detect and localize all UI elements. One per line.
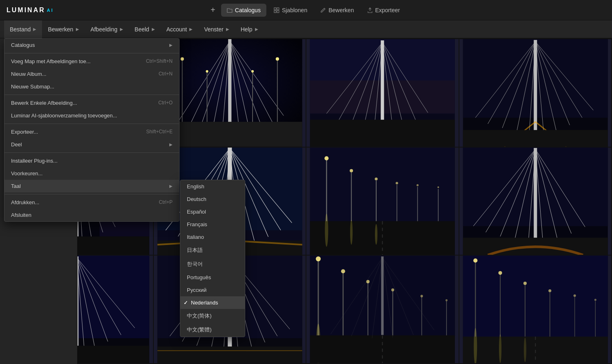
svg-point-136 (350, 220, 353, 245)
svg-point-47 (251, 70, 253, 73)
svg-point-122 (324, 156, 328, 160)
svg-rect-120 (310, 148, 455, 222)
bestand-item-installeer[interactable]: Installeer Plug-ins... (4, 154, 179, 167)
svg-point-219 (523, 282, 526, 285)
menu-bestand-label: Bestand (10, 26, 31, 33)
bestand-item-catalogus[interactable]: Catalogus ▶ (4, 39, 179, 51)
lang-portugues[interactable]: Português (180, 271, 245, 284)
sep5 (4, 194, 179, 194)
lang-english[interactable]: English (180, 180, 245, 193)
svg-point-137 (375, 224, 377, 245)
lang-italiano[interactable]: Italiano (180, 231, 245, 243)
lang-chinese-traditional[interactable]: 中文(繁體) (180, 323, 245, 337)
svg-point-229 (499, 334, 501, 363)
nav-bewerken[interactable]: Bewerken (315, 4, 359, 17)
photo-4-svg (459, 39, 612, 147)
help-arrow: ▶ (255, 27, 258, 31)
svg-rect-38 (228, 39, 231, 134)
menu-afbeelding[interactable]: Afbeelding ▶ (85, 20, 129, 38)
bestand-item-luminar-sjabloon[interactable]: Luminar AI-sjabloonverzameling toevoegen… (4, 109, 179, 122)
bestand-item-afdrukken[interactable]: Afdrukken... Ctrl+P (4, 196, 179, 209)
svg-point-215 (473, 258, 477, 263)
bestand-item-taal[interactable]: Taal ▶ English Deutsch Español Français (4, 180, 179, 192)
svg-point-126 (375, 177, 377, 180)
lang-francais[interactable]: Français (180, 218, 245, 231)
template-icon (274, 7, 279, 13)
menu-venster[interactable]: Venster ▶ (198, 20, 235, 38)
photo-cell-7[interactable] (306, 148, 459, 255)
app-logo: LUMINAR AI (7, 7, 54, 14)
beeld-arrow: ▶ (152, 27, 155, 31)
photo-cell-8[interactable] (459, 148, 612, 255)
bestand-item-afsluiten[interactable]: Afsluiten (4, 209, 179, 221)
menu-bestand[interactable]: Bestand ▶ Catalogus ▶ Voeg Map met Afbee… (4, 20, 42, 38)
nav-exporteer[interactable]: Exporteer (361, 4, 406, 17)
bestand-item-voeg-map[interactable]: Voeg Map met Afbeeldingen toe... Ctrl+Sh… (4, 55, 179, 68)
menu-help[interactable]: Help ▶ (235, 20, 264, 38)
titlebar: LUMINAR AI + Catalogus Sjablonen Bewerke… (0, 0, 612, 20)
svg-point-230 (523, 338, 526, 362)
svg-rect-149 (534, 148, 537, 239)
lang-nederlands[interactable]: ✓ Nederlands (180, 296, 245, 309)
folder-icon (227, 7, 233, 13)
nav-sjablonen[interactable]: Sjablonen (268, 4, 313, 17)
photo-cell-3[interactable] (306, 39, 459, 147)
bestand-item-nieuw-album[interactable]: Nieuw Album... Ctrl+N (4, 68, 179, 80)
svg-rect-2 (274, 11, 276, 13)
sep1 (4, 53, 179, 53)
svg-rect-75 (534, 40, 537, 130)
svg-rect-3 (277, 11, 279, 13)
bestand-item-nieuwe-submap[interactable]: Nieuwe Submap... (4, 80, 179, 93)
svg-point-196 (366, 280, 370, 283)
lang-korean[interactable]: 한국어 (180, 257, 245, 271)
lang-japanese[interactable]: 日本語 (180, 243, 245, 257)
svg-point-132 (437, 186, 439, 188)
bestand-item-voorkeuren[interactable]: Voorkeuren... (4, 167, 179, 180)
svg-rect-60 (381, 40, 384, 127)
nav-catalogus[interactable]: Catalogus (221, 4, 266, 17)
lang-russian[interactable]: Русский (180, 284, 245, 296)
sep2 (4, 95, 179, 95)
taal-submenu: English Deutsch Español Français Italian… (180, 180, 245, 337)
account-arrow: ▶ (189, 27, 193, 31)
venster-arrow: ▶ (226, 27, 229, 31)
svg-rect-0 (274, 8, 276, 10)
logo-text: LUMINAR (7, 7, 45, 14)
afbeelding-arrow: ▶ (120, 27, 123, 31)
bestand-item-deel[interactable]: Deel ▶ (4, 138, 179, 151)
svg-rect-213 (463, 256, 608, 338)
lang-espanol[interactable]: Español (180, 205, 245, 218)
bestand-item-bewerk-enkele[interactable]: Bewerk Enkele Afbeelding... Ctrl+O (4, 97, 179, 109)
photo-cell-11[interactable] (306, 256, 459, 363)
svg-point-223 (573, 295, 576, 297)
sep4 (4, 152, 179, 153)
menu-account[interactable]: Account ▶ (161, 20, 199, 38)
svg-point-128 (396, 182, 398, 184)
svg-rect-186 (157, 346, 302, 363)
svg-point-191 (316, 256, 321, 261)
svg-point-221 (548, 289, 551, 292)
menu-beeld[interactable]: Beeld ▶ (129, 20, 161, 38)
add-button[interactable]: + (206, 4, 220, 17)
photo-11-svg (306, 256, 459, 363)
photo-8-svg (459, 148, 612, 255)
logo-ai: AI (47, 8, 54, 13)
lang-chinese-simplified[interactable]: 中文(简体) (180, 309, 245, 323)
svg-point-135 (325, 214, 328, 247)
svg-rect-78 (463, 130, 608, 147)
photo-cell-4[interactable] (459, 39, 612, 147)
photo-7-svg (306, 148, 459, 255)
photo-cell-12[interactable] (459, 256, 612, 363)
svg-point-194 (341, 269, 345, 274)
bewerken-arrow: ▶ (76, 27, 79, 31)
svg-point-217 (498, 271, 502, 275)
menu-bewerken[interactable]: Bewerken ▶ (42, 20, 84, 38)
svg-point-41 (180, 57, 184, 61)
lang-deutsch[interactable]: Deutsch (180, 193, 245, 205)
svg-rect-1 (277, 8, 279, 10)
bestand-dropdown: Catalogus ▶ Voeg Map met Afbeeldingen to… (4, 38, 180, 222)
bestand-item-exporteer[interactable]: Exporteer... Shift+Ctrl+E (4, 126, 179, 138)
svg-point-202 (446, 299, 448, 301)
export-icon (367, 7, 373, 13)
svg-point-124 (350, 169, 353, 172)
